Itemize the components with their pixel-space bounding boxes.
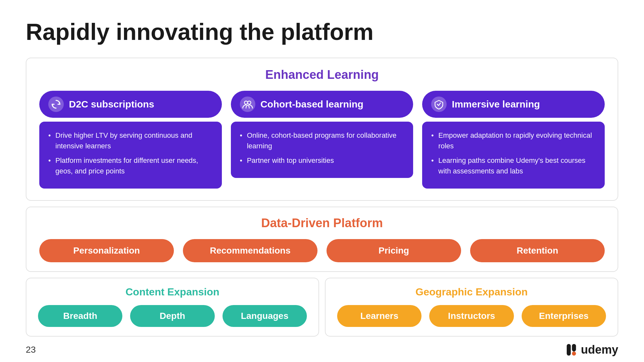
breadth-pill: Breadth [38, 305, 122, 327]
retention-pill: Retention [470, 239, 605, 262]
depth-pill: Depth [130, 305, 214, 327]
d2c-card-body: Drive higher LTV by serving continuous a… [39, 122, 222, 189]
pricing-pill: Pricing [327, 239, 461, 262]
footer: 23 udemy [26, 343, 618, 357]
data-driven-title: Data-Driven Platform [39, 216, 605, 230]
instructors-pill: Instructors [429, 305, 514, 327]
svg-rect-2 [567, 344, 571, 356]
sections-wrapper: Enhanced Learning D2C subsc [26, 58, 618, 337]
immersive-card-header: Immersive learning [422, 91, 605, 118]
cohort-header-label: Cohort-based learning [260, 99, 364, 110]
page-number: 23 [26, 345, 36, 355]
bottom-row: Content Expansion Breadth Depth Language… [26, 278, 618, 337]
data-driven-section: Data-Driven Platform Personalization Rec… [26, 207, 618, 272]
geographic-expansion-title: Geographic Expansion [337, 286, 606, 298]
cohort-bullet-1: Online, cohort-based programs for collab… [240, 130, 404, 151]
d2c-card-header: D2C subscriptions [39, 91, 222, 118]
d2c-bullet-1: Drive higher LTV by serving continuous a… [48, 130, 213, 151]
d2c-bullet-2: Platform investments for different user … [48, 155, 213, 176]
recommendations-pill: Recommendations [183, 239, 317, 262]
udemy-logo-icon [567, 344, 578, 356]
svg-rect-3 [572, 344, 576, 351]
data-driven-pills-row: Personalization Recommendations Pricing … [39, 239, 605, 262]
cohort-bullet-2: Partner with top universities [240, 155, 404, 166]
svg-point-0 [244, 101, 248, 104]
immersive-bullet-2: Learning paths combine Udemy's best cour… [431, 155, 596, 176]
cohort-card-header: Cohort-based learning [231, 91, 413, 118]
immersive-card: Immersive learning Empower adaptation to… [422, 91, 605, 189]
enhanced-learning-title: Enhanced Learning [39, 68, 605, 82]
page: Rapidly innovating the platform Enhanced… [0, 0, 644, 362]
cohort-icon [240, 97, 255, 112]
cohort-card: Cohort-based learning Online, cohort-bas… [231, 91, 413, 189]
page-title: Rapidly innovating the platform [26, 19, 618, 45]
geographic-expansion-section: Geographic Expansion Learners Instructor… [325, 278, 618, 337]
immersive-icon [431, 97, 447, 112]
content-expansion-title: Content Expansion [38, 286, 307, 298]
languages-pill: Languages [223, 305, 307, 327]
svg-point-1 [248, 101, 251, 104]
d2c-icon [48, 97, 64, 112]
learning-cards-row: D2C subscriptions Drive higher LTV by se… [39, 91, 605, 189]
immersive-bullet-1: Empower adaptation to rapidly evolving t… [431, 130, 596, 151]
immersive-header-label: Immersive learning [452, 99, 540, 110]
udemy-logo-text: udemy [581, 343, 618, 357]
content-expansion-pills-row: Breadth Depth Languages [38, 305, 307, 327]
content-expansion-section: Content Expansion Breadth Depth Language… [26, 278, 319, 337]
cohort-card-body: Online, cohort-based programs for collab… [231, 122, 413, 178]
personalization-pill: Personalization [39, 239, 174, 262]
d2c-header-label: D2C subscriptions [69, 99, 154, 110]
geographic-expansion-pills-row: Learners Instructors Enterprises [337, 305, 606, 327]
svg-point-4 [572, 352, 576, 356]
learners-pill: Learners [337, 305, 421, 327]
enhanced-learning-section: Enhanced Learning D2C subsc [26, 58, 618, 201]
immersive-card-body: Empower adaptation to rapidly evolving t… [422, 122, 605, 189]
enterprises-pill: Enterprises [522, 305, 606, 327]
udemy-logo: udemy [567, 343, 618, 357]
d2c-card: D2C subscriptions Drive higher LTV by se… [39, 91, 222, 189]
